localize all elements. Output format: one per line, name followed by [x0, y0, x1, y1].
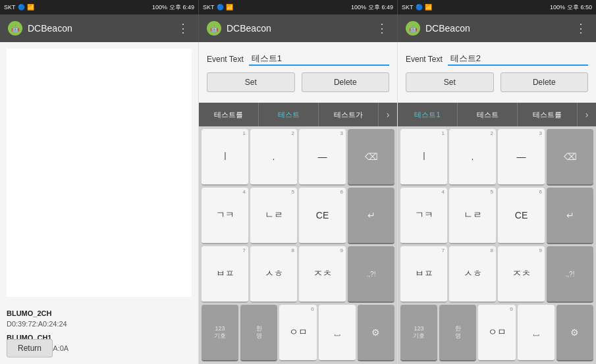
wifi-icon-1: 📶	[27, 4, 34, 11]
panel3-event-label: Event Text	[406, 55, 443, 64]
panel2-keyboard: 테스트를 테스트 테스트가 › 1 ㅣ 2 . 3	[199, 103, 397, 364]
panel2-top: Event Text Set Delete	[199, 42, 397, 103]
app-menu-2[interactable]: ⋮	[376, 21, 389, 36]
panel2-suggestion-bar: 테스트를 테스트 테스트가 ›	[199, 103, 397, 126]
panel2-key-space[interactable]: ⎵	[319, 305, 356, 361]
panel2-btn-row: Set Delete	[207, 72, 389, 92]
panel2-key-jc[interactable]: 9 ㅈㅊ	[299, 246, 346, 303]
panel3-top: Event Text Set Delete	[398, 42, 596, 103]
panel-3: Event Text Set Delete 테스트1 테스트 테스트를 › 1	[398, 42, 596, 364]
panel3-suggestion-1[interactable]: 테스트1	[398, 103, 458, 126]
panel3-suggestion-arrow[interactable]: ›	[578, 109, 596, 120]
panel-1: BLUMO_2CH D0:39:72:A0:24:24 BLUMO_CH1 D0…	[0, 42, 199, 364]
battery-1: 100%	[152, 4, 167, 11]
app-icon-1: 🤖	[8, 21, 22, 36]
status-right-3: 100% 오후 6:50	[550, 3, 592, 12]
panel3-key-row-4: 123기호 한영 0 ㅇㅁ ⎵ ⚙	[400, 305, 593, 361]
panel3-key-settings[interactable]: ⚙	[556, 305, 593, 361]
panel2-suggestion-1[interactable]: 테스트를	[199, 103, 259, 126]
panel2-key-sh[interactable]: 8 ㅅㅎ	[250, 246, 297, 303]
status-bar-1: SKT 🔵 📶 100% 오후 6:49	[0, 0, 199, 14]
status-right-1: 100% 오후 6:49	[152, 3, 194, 12]
panel2-key-row-4: 123기호 한영 0 ㅇㅁ ⎵ ⚙	[202, 305, 394, 361]
bt-icon-3: 🔵	[416, 4, 423, 11]
panel-2: Event Text Set Delete 테스트를 테스트 테스트가 › 1	[199, 42, 398, 364]
panel2-key-dot[interactable]: 2 .	[250, 129, 297, 186]
panel3-keyboard: 테스트1 테스트 테스트를 › 1 ㅣ 2 . 3	[398, 103, 596, 364]
white-area	[7, 49, 192, 297]
panel3-suggestion-2[interactable]: 테스트	[458, 103, 518, 126]
status-bars: SKT 🔵 📶 100% 오후 6:49 SKT 🔵 📶 100% 오후 6:4…	[0, 0, 596, 14]
device-addr-1: D0:39:72:A0:24:24	[7, 319, 192, 329]
wifi-icon-2: 📶	[226, 4, 233, 11]
panel3-key-row-1: 1 ㅣ 2 . 3 — ⌫	[400, 129, 593, 186]
panel3-key-backspace[interactable]: ⌫	[547, 129, 593, 186]
wifi-icon-3: 📶	[425, 4, 432, 11]
panel2-key-nl[interactable]: 5 ㄴㄹ	[250, 188, 297, 244]
panel2-event-row: Event Text	[207, 52, 389, 66]
panel2-key-row-1: 1 ㅣ 2 . 3 — ⌫	[202, 129, 394, 186]
panel2-key-123[interactable]: 123기호	[202, 305, 238, 361]
panel2-suggestion-2[interactable]: 테스트	[259, 103, 319, 126]
app-bar-1: 🤖 DCBeacon ⋮	[0, 14, 199, 42]
panel2-suggestion-3[interactable]: 테스트가	[319, 103, 379, 126]
panel2-key-bp[interactable]: 7 ㅂㅍ	[202, 246, 248, 303]
device-name-1: BLUMO_2CH	[7, 309, 192, 319]
panel3-key-lang[interactable]: 한영	[439, 305, 476, 361]
panel3-keyboard-rows: 1 ㅣ 2 . 3 — ⌫	[398, 126, 596, 364]
panel3-key-bp[interactable]: 7 ㅂㅍ	[400, 246, 447, 303]
panel2-key-enter[interactable]: ↵	[348, 188, 394, 244]
panel3-key-om[interactable]: 0 ㅇㅁ	[478, 305, 515, 361]
panel3-key-pipe[interactable]: 1 ㅣ	[400, 129, 447, 186]
app-title-3: DCBeacon	[425, 23, 575, 34]
panel3-key-punct[interactable]: .,?!	[547, 246, 593, 303]
carrier-2: SKT	[203, 4, 215, 11]
bt-icon-1: 🔵	[18, 4, 25, 11]
panel3-key-space[interactable]: ⎵	[518, 305, 555, 361]
panel3-key-sh[interactable]: 8 ㅅㅎ	[449, 246, 496, 303]
panel3-set-button[interactable]: Set	[406, 72, 494, 92]
app-bars: 🤖 DCBeacon ⋮ 🤖 DCBeacon ⋮ 🤖 DCBeacon ⋮	[0, 14, 596, 42]
panel2-key-dash[interactable]: 3 —	[299, 129, 346, 186]
panel3-suggestion-3[interactable]: 테스트를	[518, 103, 578, 126]
return-button[interactable]: Return	[7, 339, 53, 357]
status-right-2: 100% 오후 6:49	[351, 3, 393, 12]
app-menu-3[interactable]: ⋮	[575, 21, 588, 36]
panel3-key-gk[interactable]: 4 ㄱㅋ	[400, 188, 447, 244]
app-bar-2: 🤖 DCBeacon ⋮	[199, 14, 398, 42]
panel3-key-123[interactable]: 123기호	[400, 305, 437, 361]
battery-2: 100%	[351, 4, 366, 11]
battery-3: 100%	[550, 4, 565, 11]
panel2-set-button[interactable]: Set	[207, 72, 295, 92]
panel2-key-ce[interactable]: 6 CE	[299, 188, 346, 244]
time-3: 오후 6:50	[567, 3, 592, 12]
app-menu-1[interactable]: ⋮	[177, 21, 190, 36]
panel2-key-pipe[interactable]: 1 ㅣ	[202, 129, 248, 186]
panel3-event-row: Event Text	[406, 52, 588, 66]
panel2-key-settings[interactable]: ⚙	[358, 305, 394, 361]
panel2-key-punct[interactable]: .,?!	[348, 246, 394, 303]
panel2-key-row-3: 7 ㅂㅍ 8 ㅅㅎ 9 ㅈㅊ .,?!	[202, 246, 394, 303]
panel2-suggestion-arrow[interactable]: ›	[379, 109, 397, 120]
device-item-1: BLUMO_2CH D0:39:72:A0:24:24	[7, 309, 192, 329]
app-icon-2: 🤖	[207, 21, 221, 36]
panel2-key-om[interactable]: 0 ㅇㅁ	[279, 305, 316, 361]
panel3-key-jc[interactable]: 9 ㅈㅊ	[498, 246, 545, 303]
panel2-key-lang[interactable]: 한영	[240, 305, 277, 361]
panel3-key-ce[interactable]: 6 CE	[498, 188, 545, 244]
app-bar-3: 🤖 DCBeacon ⋮	[398, 14, 596, 42]
panel3-key-enter[interactable]: ↵	[547, 188, 593, 244]
panel2-delete-button[interactable]: Delete	[302, 72, 390, 92]
panel2-event-input[interactable]	[249, 52, 389, 66]
panel3-event-input[interactable]	[448, 52, 588, 66]
time-2: 오후 6:49	[368, 3, 393, 12]
panel2-key-backspace[interactable]: ⌫	[348, 129, 394, 186]
panel3-btn-row: Set Delete	[406, 72, 588, 92]
panel3-key-dot[interactable]: 2 .	[449, 129, 496, 186]
panel3-key-dash[interactable]: 3 —	[498, 129, 545, 186]
panel3-delete-button[interactable]: Delete	[501, 72, 589, 92]
panel3-key-nl[interactable]: 5 ㄴㄹ	[449, 188, 496, 244]
app-title-1: DCBeacon	[28, 23, 177, 34]
time-1: 오후 6:49	[169, 3, 194, 12]
panel2-key-gk[interactable]: 4 ㄱㅋ	[202, 188, 248, 244]
